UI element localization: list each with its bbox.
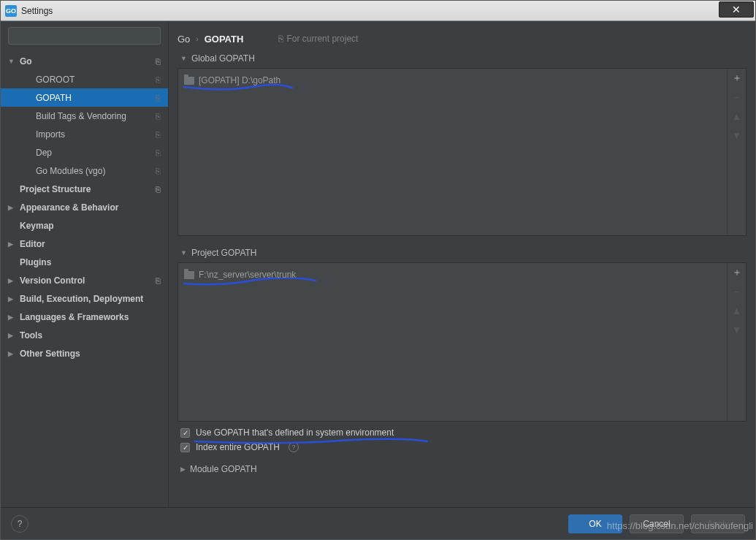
copy-icon: ⎘ bbox=[156, 94, 161, 102]
chevron-right-icon bbox=[8, 295, 17, 303]
sidebar-item-label: Project Structure bbox=[20, 184, 91, 194]
path-label: F:\nz_server\server\trunk bbox=[199, 270, 296, 280]
sidebar-item-editor[interactable]: Editor bbox=[1, 235, 168, 253]
options: ✓ Use GOPATH that's defined in system en… bbox=[177, 422, 747, 455]
sidebar-item-languages-frameworks[interactable]: Languages & Frameworks bbox=[1, 308, 168, 326]
remove-button[interactable]: − bbox=[728, 88, 747, 107]
sidebar-item-other-settings[interactable]: Other Settings bbox=[1, 344, 168, 362]
search-input[interactable] bbox=[8, 27, 161, 45]
add-button[interactable]: ＋ bbox=[728, 263, 747, 282]
app-icon: GO bbox=[5, 5, 17, 17]
sidebar-item-dep[interactable]: Dep⎘ bbox=[1, 143, 168, 161]
help-button[interactable]: ? bbox=[11, 515, 28, 533]
dialog-body: 🔍 ▾ Go⎘GOROOT⎘GOPATH⎘Build Tags & Vendor… bbox=[1, 21, 755, 539]
sidebar-item-label: GOROOT bbox=[36, 75, 75, 85]
copy-icon: ⎘ bbox=[156, 112, 161, 121]
sidebar-item-label: Plugins bbox=[20, 257, 51, 267]
move-up-button[interactable]: ▲ bbox=[728, 301, 747, 320]
window-title: Settings bbox=[21, 6, 53, 16]
sidebar-item-go[interactable]: Go⎘ bbox=[1, 52, 168, 70]
use-system-gopath-checkbox[interactable]: ✓ Use GOPATH that's defined in system en… bbox=[180, 427, 744, 438]
sidebar-item-label: Languages & Frameworks bbox=[20, 312, 129, 322]
chevron-right-icon bbox=[8, 277, 17, 284]
help-icon[interactable]: ? bbox=[289, 442, 299, 452]
settings-window: GO Settings ✕ 🔍 ▾ Go⎘GOROOT⎘GOPATH⎘Build… bbox=[0, 0, 756, 540]
copy-icon: ⎘ bbox=[156, 276, 161, 285]
folder-icon bbox=[184, 271, 194, 279]
chevron-right-icon bbox=[8, 350, 17, 357]
list-toolbar: ＋ − ▲ ▼ bbox=[727, 263, 746, 421]
sidebar-item-build-execution-deployment[interactable]: Build, Execution, Deployment bbox=[1, 289, 168, 308]
sidebar-item-project-structure[interactable]: Project Structure⎘ bbox=[1, 180, 168, 198]
cancel-button[interactable]: Cancel bbox=[630, 514, 684, 533]
sidebar-item-label: Editor bbox=[20, 239, 45, 249]
project-gopath-header[interactable]: ▼ Project GOPATH bbox=[177, 243, 747, 262]
sidebar-item-gopath[interactable]: GOPATH⎘ bbox=[1, 88, 168, 107]
move-up-button[interactable]: ▲ bbox=[728, 107, 747, 126]
sidebar-item-label: Version Control bbox=[20, 275, 85, 286]
copy-icon: ⎘ bbox=[278, 34, 283, 44]
dialog-footer: ? OK Cancel Apply bbox=[1, 507, 755, 539]
copy-icon: ⎘ bbox=[156, 167, 161, 175]
for-current-project: ⎘ For current project bbox=[278, 34, 358, 44]
project-gopath-list: F:\nz_server\server\trunk ＋ − ▲ ▼ bbox=[177, 262, 747, 422]
breadcrumb-root[interactable]: Go bbox=[177, 34, 190, 45]
apply-button[interactable]: Apply bbox=[691, 514, 745, 533]
sidebar-item-label: Appearance & Behavior bbox=[20, 202, 118, 213]
add-button[interactable]: ＋ bbox=[728, 69, 747, 88]
list-item[interactable]: [GOPATH] D:\goPath bbox=[184, 73, 721, 88]
sidebar: 🔍 ▾ Go⎘GOROOT⎘GOPATH⎘Build Tags & Vendor… bbox=[1, 21, 169, 507]
copy-icon: ⎘ bbox=[156, 185, 161, 194]
list-toolbar: ＋ − ▲ ▼ bbox=[727, 69, 746, 235]
sidebar-item-label: Other Settings bbox=[20, 349, 80, 359]
path-label: [GOPATH] D:\goPath bbox=[199, 75, 280, 85]
sidebar-item-goroot[interactable]: GOROOT⎘ bbox=[1, 70, 168, 88]
sidebar-item-build-tags-vendoring[interactable]: Build Tags & Vendoring⎘ bbox=[1, 107, 168, 125]
titlebar: GO Settings ✕ bbox=[1, 1, 755, 21]
sidebar-item-version-control[interactable]: Version Control⎘ bbox=[1, 271, 168, 289]
sidebar-item-label: Imports bbox=[36, 129, 65, 140]
copy-icon: ⎘ bbox=[156, 148, 161, 157]
chevron-down-icon: ▼ bbox=[180, 55, 187, 62]
module-gopath-header[interactable]: ▶ Module GOPATH bbox=[177, 460, 747, 479]
checkbox-checked-icon: ✓ bbox=[180, 443, 190, 452]
sidebar-item-label: GOPATH bbox=[36, 93, 72, 103]
chevron-down-icon bbox=[8, 58, 17, 65]
global-gopath-header[interactable]: ▼ Global GOPATH bbox=[177, 49, 747, 68]
chevron-right-icon bbox=[8, 240, 17, 248]
main-row: 🔍 ▾ Go⎘GOROOT⎘GOPATH⎘Build Tags & Vendor… bbox=[1, 21, 755, 507]
remove-button[interactable]: − bbox=[728, 282, 747, 301]
index-entire-gopath-checkbox[interactable]: ✓ Index entire GOPATH ? bbox=[180, 442, 744, 452]
sidebar-item-keymap[interactable]: Keymap bbox=[1, 216, 168, 235]
breadcrumb-current: GOPATH bbox=[205, 34, 244, 45]
chevron-right-icon bbox=[8, 204, 17, 211]
sidebar-item-tools[interactable]: Tools bbox=[1, 326, 168, 344]
sidebar-item-label: Build, Execution, Deployment bbox=[20, 294, 143, 304]
sidebar-item-label: Dep bbox=[36, 148, 52, 158]
breadcrumb: Go › GOPATH ⎘ For current project bbox=[177, 28, 747, 49]
global-gopath-list: [GOPATH] D:\goPath ＋ − ▲ ▼ bbox=[177, 68, 747, 236]
settings-tree[interactable]: Go⎘GOROOT⎘GOPATH⎘Build Tags & Vendoring⎘… bbox=[1, 50, 168, 507]
chevron-right-icon: › bbox=[196, 35, 198, 43]
sidebar-item-label: Go bbox=[20, 56, 32, 66]
sidebar-item-appearance-behavior[interactable]: Appearance & Behavior bbox=[1, 198, 168, 216]
move-down-button[interactable]: ▼ bbox=[728, 320, 747, 339]
sidebar-item-label: Keymap bbox=[20, 221, 54, 231]
chevron-down-icon: ▼ bbox=[180, 249, 187, 256]
folder-icon bbox=[184, 77, 194, 85]
close-button[interactable]: ✕ bbox=[719, 1, 754, 18]
sidebar-item-plugins[interactable]: Plugins bbox=[1, 253, 168, 271]
sidebar-item-label: Tools bbox=[20, 330, 42, 341]
sidebar-item-imports[interactable]: Imports⎘ bbox=[1, 125, 168, 143]
move-down-button[interactable]: ▼ bbox=[728, 126, 747, 145]
chevron-right-icon bbox=[8, 332, 17, 339]
sidebar-item-label: Build Tags & Vendoring bbox=[36, 111, 126, 121]
ok-button[interactable]: OK bbox=[568, 514, 622, 533]
sidebar-item-go-modules-vgo-[interactable]: Go Modules (vgo)⎘ bbox=[1, 161, 168, 180]
copy-icon: ⎘ bbox=[156, 130, 161, 139]
checkbox-checked-icon: ✓ bbox=[180, 428, 190, 438]
sidebar-item-label: Go Modules (vgo) bbox=[36, 166, 105, 176]
list-item[interactable]: F:\nz_server\server\trunk bbox=[184, 267, 721, 282]
chevron-right-icon bbox=[8, 313, 17, 321]
copy-icon: ⎘ bbox=[156, 75, 161, 84]
